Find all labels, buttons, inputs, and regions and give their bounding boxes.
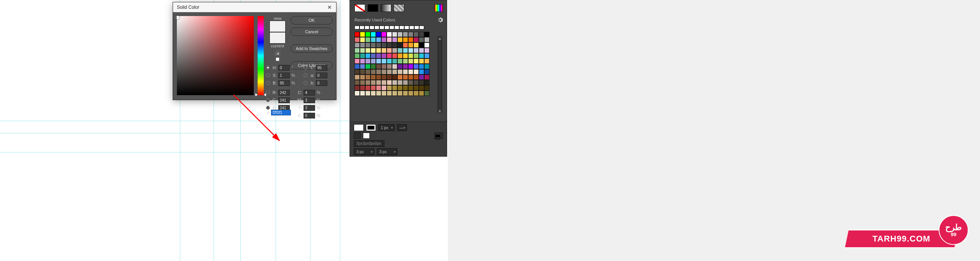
swatch[interactable] [365,37,371,42]
swatch[interactable] [374,26,379,29]
swatch[interactable] [381,42,387,48]
input-g[interactable] [278,97,290,103]
swatch[interactable] [369,26,374,29]
swatch[interactable] [413,58,419,64]
add-swatches-button[interactable]: Add to Swatches [291,44,333,53]
scroll-track[interactable] [438,41,442,109]
input-blab[interactable] [316,80,327,86]
swatch[interactable] [403,53,408,58]
swatch[interactable] [387,75,392,80]
fill-none-button[interactable] [354,4,365,12]
swatch[interactable] [387,91,392,96]
swatch[interactable] [387,53,392,58]
swatch[interactable] [413,53,419,58]
swatch[interactable] [376,48,381,53]
swatch[interactable] [387,32,392,37]
swatch[interactable] [424,53,430,58]
swatch[interactable] [376,58,381,64]
swatch[interactable] [413,64,419,69]
swatch[interactable] [397,37,403,42]
swatch[interactable] [387,80,392,85]
swatch[interactable] [354,58,360,64]
input-y[interactable] [304,105,315,111]
stroke-color-swatch[interactable] [354,124,364,131]
swatch[interactable] [408,85,413,91]
swatch[interactable] [365,32,371,37]
swatch[interactable] [365,53,371,58]
swatch[interactable] [365,80,371,85]
close-button[interactable]: ✕ [325,3,334,11]
swatch[interactable] [360,53,365,58]
swatch[interactable] [403,42,408,48]
swatch[interactable] [354,80,360,85]
swatch[interactable] [413,85,419,91]
swatch[interactable] [408,91,413,96]
radio-bb[interactable] [266,106,270,110]
swatch[interactable] [376,85,381,91]
swatch[interactable] [381,80,387,85]
swatch[interactable] [424,32,430,37]
swatch[interactable] [403,48,408,53]
swatch[interactable] [392,48,397,53]
swatch[interactable] [376,75,381,80]
swatch[interactable] [371,37,376,42]
swatch[interactable] [419,85,424,91]
swatch[interactable] [424,48,430,53]
swatch[interactable] [392,91,397,96]
swatch[interactable] [408,64,413,69]
swatch[interactable] [397,80,403,85]
swatch[interactable] [424,69,430,75]
fill-pattern-button[interactable] [394,4,404,12]
swatch[interactable] [381,75,387,80]
swatch[interactable] [381,53,387,58]
swatch[interactable] [397,69,403,75]
swatch[interactable] [397,53,403,58]
swatch[interactable] [371,32,376,37]
swatch[interactable] [419,75,424,80]
swatch[interactable] [424,80,430,85]
corner-link-icon[interactable]: ⬒ [434,133,443,139]
swatch[interactable] [419,32,424,37]
swatch[interactable] [403,80,408,85]
swatch[interactable] [419,37,424,42]
swatch[interactable] [413,48,419,53]
scroll-up-icon[interactable]: ▲ [438,37,442,41]
swatch[interactable] [392,75,397,80]
corner-left-input[interactable]: 3 px [354,148,374,155]
swatch[interactable] [392,58,397,64]
swatch[interactable] [371,75,376,80]
swatch[interactable] [392,85,397,91]
stroke-style-dropdown[interactable]: — [397,124,407,131]
hue-slider[interactable] [258,16,264,95]
swatch[interactable] [381,48,387,53]
swatch[interactable] [381,64,387,69]
scroll-down-icon[interactable]: ▼ [438,109,442,113]
align-center-button[interactable] [363,133,370,139]
fill-gradient-button[interactable] [381,4,391,12]
swatch[interactable] [419,80,424,85]
dialog-titlebar[interactable]: Solid Color ✕ [173,2,336,12]
swatch[interactable] [408,53,413,58]
swatch[interactable] [360,37,365,42]
radio-g[interactable] [266,98,270,102]
swatch[interactable] [360,69,365,75]
swatch[interactable] [397,85,403,91]
radio-l[interactable] [304,66,307,70]
swatch[interactable] [354,26,359,29]
swatch[interactable] [381,37,387,42]
swatch[interactable] [389,26,394,29]
swatch[interactable] [379,26,384,29]
swatch[interactable] [376,80,381,85]
swatch[interactable] [408,69,413,75]
swatch[interactable] [354,37,360,42]
input-h[interactable] [278,65,290,71]
swatch[interactable] [424,75,430,80]
swatch[interactable] [360,91,365,96]
swatch[interactable] [403,37,408,42]
current-color-swatch[interactable] [270,32,286,44]
swatch[interactable] [424,64,430,69]
swatch[interactable] [408,80,413,85]
swatch[interactable] [392,53,397,58]
swatch[interactable] [360,85,365,91]
swatch[interactable] [399,26,404,29]
